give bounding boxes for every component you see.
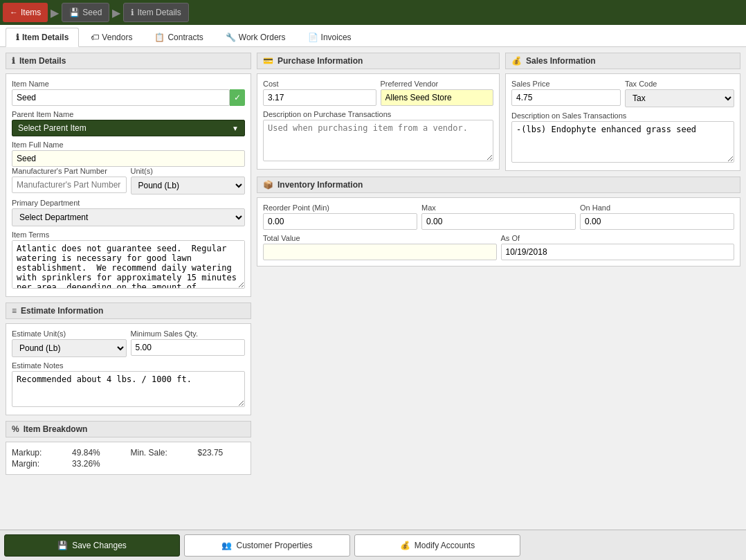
tab-info-icon: ℹ — [16, 33, 19, 42]
tab-contracts-icon: 📋 — [154, 33, 165, 42]
cost-label: Cost — [263, 80, 376, 88]
sales-price-tax-row: Sales Price Tax Code Tax — [511, 80, 734, 107]
sales-price-input[interactable] — [511, 89, 621, 106]
preferred-vendor-input[interactable] — [381, 89, 494, 106]
parent-item-placeholder: Select Parent Item — [18, 123, 87, 133]
breakdown-section-header: % Item Breakdown — [6, 421, 251, 437]
purchase-desc-textarea[interactable] — [263, 120, 493, 161]
tab-contracts[interactable]: 📋 Contracts — [144, 28, 213, 46]
right-column: 💳 Purchase Information Cost Preferred Ve… — [251, 53, 740, 518]
chevron-down-icon: ▼ — [232, 125, 239, 132]
min-sale-label: Min. Sale: — [131, 448, 190, 458]
cost-input[interactable] — [263, 89, 376, 106]
sales-price-label: Sales Price — [511, 80, 621, 88]
reorder-input[interactable] — [263, 213, 417, 230]
item-name-check-btn[interactable]: ✓ — [230, 89, 245, 106]
item-name-input[interactable] — [12, 89, 230, 106]
tabs-bar: ℹ Item Details 🏷 Vendors 📋 Contracts 🔧 W… — [0, 25, 746, 47]
estimate-block: Estimate Unit(s) Pound (Lb) Minimum Sale… — [6, 323, 251, 415]
estimate-section-header: ≡ Estimate Information — [6, 302, 251, 319]
as-of-label: As Of — [501, 234, 735, 242]
item-terms-textarea[interactable] — [12, 240, 245, 289]
min-sales-qty-label: Minimum Sales Qty. — [131, 329, 246, 338]
purchase-section-title: Purchase Information — [278, 56, 363, 66]
item-details-icon: ℹ — [12, 56, 15, 66]
item-full-name-label: Item Full Name — [12, 141, 245, 149]
min-sales-qty-input[interactable] — [131, 339, 246, 356]
max-input[interactable] — [421, 213, 576, 230]
estimate-icon: ≡ — [12, 306, 17, 316]
sales-fields: Sales Price Tax Code Tax Description on … — [505, 73, 740, 171]
seed-nav-btn[interactable]: 💾 Seed — [62, 3, 109, 22]
tax-code-label: Tax Code — [625, 80, 734, 88]
tab-vendors-icon: 🏷 — [91, 33, 99, 42]
unit-label: Unit(s) — [131, 167, 246, 175]
margin-value: 33.26% — [72, 459, 122, 469]
estimate-notes-label: Estimate Notes — [12, 361, 245, 370]
markup-label: Markup: — [12, 448, 64, 458]
tab-work-orders-icon: 🔧 — [226, 33, 236, 42]
sales-section-title: Sales Information — [526, 56, 596, 66]
item-details-block: Item Name ✓ Parent Item Name Select Pare… — [6, 73, 251, 297]
purchase-desc-label: Description on Purchase Transactions — [263, 110, 493, 118]
preferred-vendor-label: Preferred Vendor — [381, 80, 494, 88]
primary-dept-label: Primary Department — [12, 199, 245, 207]
inventory-section-title: Inventory Information — [278, 180, 363, 190]
parent-item-dropdown[interactable]: Select Parent Item ▼ — [12, 120, 245, 136]
purchase-fields: Cost Preferred Vendor Description on Pur… — [257, 73, 500, 170]
mfg-unit-row: Manufacturer's Part Number Unit(s) Pound… — [12, 167, 245, 195]
estimate-unit-select[interactable]: Pound (Lb) — [12, 339, 127, 357]
mfg-part-label: Manufacturer's Part Number — [12, 167, 127, 175]
item-full-name-input[interactable] — [12, 150, 245, 167]
left-column: ℹ Item Details Item Name ✓ Parent Item N… — [6, 53, 251, 518]
arrow-left-icon: ← — [10, 8, 18, 17]
purchase-icon: 💳 — [263, 56, 273, 66]
tab-invoices-icon: 📄 — [308, 33, 318, 42]
total-value-input[interactable] — [263, 244, 497, 260]
on-hand-label: On Hand — [580, 204, 734, 212]
item-terms-wrap — [12, 240, 245, 291]
inventory-fields: Reorder Point (Min) Max On Hand Total Va… — [257, 197, 740, 267]
percent-icon: % — [12, 424, 19, 434]
purchase-sales-row: 💳 Purchase Information Cost Preferred Ve… — [257, 53, 740, 177]
estimate-unit-qty-row: Estimate Unit(s) Pound (Lb) Minimum Sale… — [12, 329, 245, 357]
sales-desc-textarea[interactable] — [511, 121, 734, 163]
seed-icon: 💾 — [69, 8, 80, 17]
tab-work-orders[interactable]: 🔧 Work Orders — [215, 28, 296, 46]
breakdown-block: Markup: 49.84% Min. Sale: $23.75 Margin:… — [6, 442, 251, 475]
inventory-top-row: Reorder Point (Min) Max On Hand — [263, 204, 734, 230]
tab-invoices[interactable]: 📄 Invoices — [298, 28, 362, 46]
item-name-label: Item Name — [12, 80, 245, 88]
unit-select[interactable]: Pound (Lb) — [131, 177, 246, 195]
nav-separator-2: ▶ — [112, 6, 120, 19]
cost-vendor-row: Cost Preferred Vendor — [263, 80, 493, 106]
item-details-section-header: ℹ Item Details — [6, 53, 251, 69]
purchase-block: 💳 Purchase Information Cost Preferred Ve… — [257, 53, 500, 177]
item-details-nav-btn[interactable]: ℹ Item Details — [123, 3, 188, 22]
tab-item-details[interactable]: ℹ Item Details — [6, 28, 79, 47]
estimate-notes-textarea[interactable] — [12, 371, 245, 407]
on-hand-input[interactable] — [580, 213, 734, 230]
estimate-section-title: Estimate Information — [21, 306, 103, 316]
max-label: Max — [421, 204, 576, 212]
purchase-section-header: 💳 Purchase Information — [257, 53, 500, 69]
mfg-part-input[interactable] — [12, 177, 127, 193]
item-details-section-title: Item Details — [19, 56, 66, 66]
nav-separator-1: ▶ — [51, 6, 59, 19]
inventory-bottom-row: Total Value As Of — [263, 234, 734, 260]
tab-vendors[interactable]: 🏷 Vendors — [80, 28, 143, 46]
sales-icon: 💰 — [511, 56, 522, 66]
items-nav-btn[interactable]: ← Items — [3, 3, 48, 22]
estimate-unit-label: Estimate Unit(s) — [12, 329, 127, 338]
items-nav-label: Items — [21, 8, 41, 17]
as-of-input[interactable] — [501, 244, 735, 260]
tax-code-select[interactable]: Tax — [625, 89, 734, 107]
item-terms-label: Item Terms — [12, 231, 245, 239]
primary-dept-select[interactable]: Select Department — [12, 208, 245, 226]
inventory-section-header: 📦 Inventory Information — [257, 177, 740, 193]
sales-block: 💰 Sales Information Sales Price Tax Code… — [505, 53, 740, 177]
margin-label: Margin: — [12, 459, 64, 469]
min-sale-value: $23.75 — [198, 448, 245, 458]
inventory-icon: 📦 — [263, 180, 273, 190]
reorder-label: Reorder Point (Min) — [263, 204, 417, 212]
